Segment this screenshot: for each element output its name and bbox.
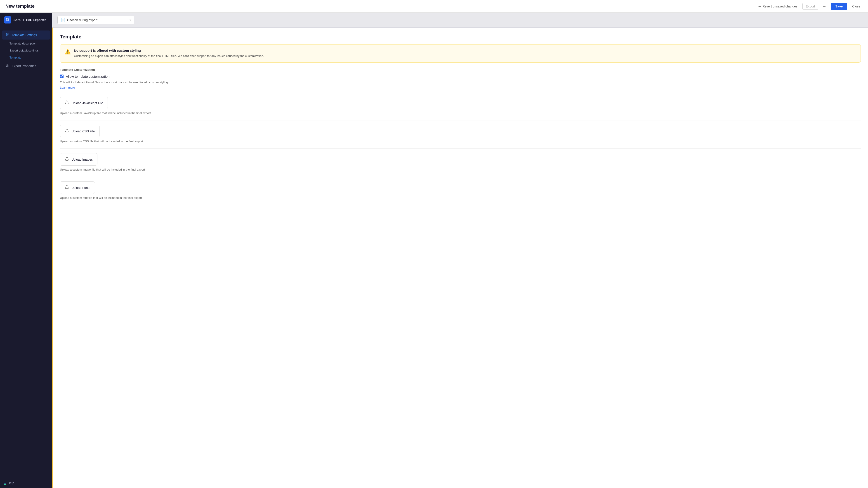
sidebar-help[interactable]: Help [0, 478, 52, 488]
more-button[interactable]: ··· [821, 2, 828, 10]
template-section-title: Template [60, 34, 861, 40]
export-properties-icon [6, 64, 9, 68]
sidebar-item-export-properties[interactable]: Export Properties [2, 61, 50, 70]
close-label: Close [852, 4, 860, 8]
upload-images-desc: Upload a custom image file that will be … [60, 168, 861, 171]
sidebar-item-template-settings[interactable]: Template Settings [2, 31, 50, 39]
svg-rect-2 [6, 64, 7, 65]
save-button[interactable]: Save [831, 3, 847, 10]
help-label: Help [8, 481, 14, 485]
upload-css-desc: Upload a custom CSS file that will be in… [60, 140, 861, 143]
upload-fonts-label: Upload Fonts [71, 186, 90, 190]
export-button[interactable]: Export [802, 3, 818, 10]
upload-css-icon [65, 128, 69, 134]
sidebar-item-template[interactable]: Template [0, 54, 52, 61]
dropdown-label: Chosen during export [67, 18, 128, 22]
revert-icon: ↩ [758, 4, 761, 8]
upload-fonts-block: Upload Fonts Upload a custom font file t… [60, 182, 861, 199]
doc-icon: 📄 [61, 18, 65, 22]
warning-box: ⚠️ No support is offered with custom sty… [60, 44, 861, 63]
sidebar-item-template-description[interactable]: Template description [0, 40, 52, 47]
help-icon [4, 482, 6, 485]
top-bar-right: ↩ Revert unsaved changes Export ··· Save… [756, 2, 863, 10]
upload-js-desc: Upload a custom JavaScript file that wil… [60, 111, 861, 115]
revert-button[interactable]: ↩ Revert unsaved changes [756, 3, 800, 9]
upload-section: Upload JavaScript File Upload a custom J… [60, 97, 861, 199]
upload-css-label: Upload CSS File [71, 129, 95, 133]
upload-fonts-icon [65, 185, 69, 191]
warning-text: Customizing an export can affect styles … [74, 54, 264, 58]
brand-name: Scroll HTML Exporter [13, 18, 46, 22]
allow-customization-label[interactable]: Allow template customization [66, 74, 110, 78]
main-content: 📄 Chosen during export ▾ Template ⚠️ No … [52, 13, 868, 488]
upload-js-block: Upload JavaScript File Upload a custom J… [60, 97, 861, 121]
upload-css-block: Upload CSS File Upload a custom CSS file… [60, 125, 861, 149]
more-icon: ··· [823, 4, 826, 8]
close-button[interactable]: Close [850, 3, 863, 9]
divider-js [60, 120, 861, 121]
warning-title: No support is offered with custom stylin… [74, 48, 264, 53]
upload-js-icon [65, 100, 69, 106]
chevron-down-icon: ▾ [129, 19, 131, 22]
revert-label: Revert unsaved changes [763, 4, 798, 8]
export-properties-nav-label: Export Properties [12, 64, 36, 68]
save-label: Save [835, 4, 843, 8]
sidebar-brand: Scroll HTML Exporter [0, 13, 52, 27]
upload-fonts-desc: Upload a custom font file that will be i… [60, 196, 861, 199]
content-panel: Template ⚠️ No support is offered with c… [52, 28, 868, 488]
upload-images-button[interactable]: Upload Images [60, 153, 97, 166]
allow-customization-checkbox[interactable] [60, 74, 64, 78]
chosen-during-export-dropdown[interactable]: 📄 Chosen during export ▾ [57, 16, 134, 24]
customization-helper-text: This will include additional files in th… [60, 80, 861, 85]
warning-icon: ⚠️ [65, 49, 71, 58]
export-label: Export [806, 4, 815, 8]
export-default-settings-label: Export default settings [9, 49, 39, 52]
upload-fonts-button[interactable]: Upload Fonts [60, 182, 95, 194]
sidebar-item-export-default-settings[interactable]: Export default settings [0, 47, 52, 54]
page-title: New template [5, 4, 35, 9]
top-bar: New template ↩ Revert unsaved changes Ex… [0, 0, 868, 13]
upload-css-button[interactable]: Upload CSS File [60, 125, 100, 137]
template-nav-label: Template [9, 56, 22, 59]
checkbox-row: Allow template customization [60, 74, 861, 78]
brand-icon [4, 16, 11, 24]
template-settings-icon [6, 33, 9, 37]
upload-images-label: Upload Images [71, 158, 93, 161]
learn-more-link[interactable]: Learn more [60, 86, 75, 89]
top-bar-left: New template [5, 4, 35, 9]
sidebar-nav: Template Settings Template description E… [0, 27, 52, 478]
layout: Scroll HTML Exporter Template Settings T… [0, 13, 868, 488]
customization-label: Template Customization [60, 68, 861, 71]
sidebar-template-settings-label: Template Settings [12, 33, 37, 37]
upload-js-button[interactable]: Upload JavaScript File [60, 97, 108, 109]
upload-images-icon [65, 157, 69, 162]
sidebar: Scroll HTML Exporter Template Settings T… [0, 13, 52, 488]
upload-images-block: Upload Images Upload a custom image file… [60, 153, 861, 177]
upload-js-label: Upload JavaScript File [71, 101, 103, 105]
warning-content: No support is offered with custom stylin… [74, 48, 264, 58]
template-description-label: Template description [9, 42, 36, 45]
top-section: 📄 Chosen during export ▾ [52, 13, 868, 28]
